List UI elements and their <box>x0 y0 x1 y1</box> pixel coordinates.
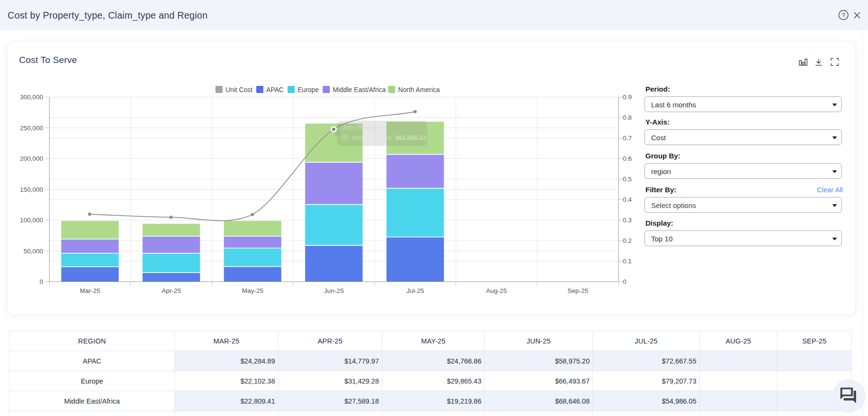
svg-text:APAC: APAC <box>266 86 284 94</box>
svg-text:50,000: 50,000 <box>23 248 43 255</box>
svg-text:Jul-25: Jul-25 <box>407 287 424 294</box>
svg-text:0: 0 <box>623 278 627 285</box>
svg-text:Jun-25: Jun-25 <box>324 287 344 294</box>
svg-text:150,000: 150,000 <box>20 186 43 193</box>
svg-text:Aug-25: Aug-25 <box>486 287 507 294</box>
svg-text:100,000: 100,000 <box>20 217 43 224</box>
svg-text:300,000: 300,000 <box>20 94 43 101</box>
svg-text:250,000: 250,000 <box>20 125 43 132</box>
svg-text:0.4: 0.4 <box>623 196 632 203</box>
svg-text:Mar-25: Mar-25 <box>80 287 100 294</box>
svg-text:Europe: Europe <box>297 86 319 94</box>
svg-text:Middle East/Africa: Middle East/Africa <box>333 86 386 94</box>
svg-text:Apr-25: Apr-25 <box>162 287 181 294</box>
svg-text:May-25: May-25 <box>242 287 263 294</box>
svg-text:?: ? <box>842 11 845 19</box>
svg-text:0.6: 0.6 <box>623 155 632 162</box>
svg-text:North America: North America <box>398 86 440 94</box>
svg-text:200,000: 200,000 <box>20 155 43 162</box>
svg-text:0: 0 <box>40 278 43 285</box>
svg-text:0.8: 0.8 <box>623 114 632 121</box>
svg-text:0.9: 0.9 <box>623 94 632 101</box>
svg-text:Sep-25: Sep-25 <box>567 287 588 294</box>
svg-text:0.3: 0.3 <box>623 217 632 224</box>
svg-text:0.2: 0.2 <box>623 237 632 244</box>
svg-text:0.5: 0.5 <box>623 176 632 183</box>
svg-text:0.1: 0.1 <box>623 258 632 265</box>
svg-text:0.7: 0.7 <box>623 135 632 142</box>
svg-text:Unit Cost: Unit Cost <box>225 86 253 94</box>
